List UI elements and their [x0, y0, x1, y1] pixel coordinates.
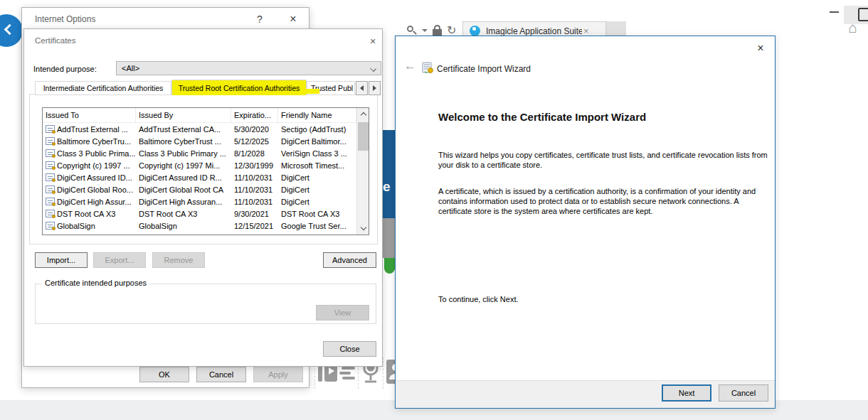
background-page-block: [383, 218, 395, 258]
table-cell: DST Root CA X3: [43, 210, 136, 218]
minimize-button[interactable]: [824, 4, 844, 20]
next-button[interactable]: Next: [662, 384, 711, 402]
table-cell: 5/12/2025: [231, 137, 278, 146]
table-cell: 8/1/2028: [231, 149, 278, 158]
table-cell: Baltimore CyberTrust ...: [136, 137, 231, 146]
table-cell: DST Root CA X3: [278, 210, 356, 218]
tab-close-icon[interactable]: ×: [583, 26, 589, 36]
certificate-wizard-icon: [422, 62, 434, 77]
tab-title: Imagicle Application Suite: [486, 26, 582, 36]
arrow-right-icon: [373, 85, 376, 91]
table-cell: GlobalSign: [136, 222, 231, 230]
certificate-list: Issued To Issued By Expiratio... Friendl…: [42, 107, 369, 235]
table-cell: Copyright (c) 1997 Mi...: [136, 161, 231, 170]
search-icon[interactable]: [406, 25, 417, 36]
browser-back-button[interactable]: [0, 14, 23, 47]
groupbox-label: Certificate intended purposes: [42, 279, 149, 287]
chevron-down-icon: [360, 225, 366, 230]
intended-purpose-label: Intended purpose:: [33, 65, 97, 73]
intended-purpose-value: <All>: [122, 64, 139, 72]
table-row[interactable]: Baltimore CyberTru...Baltimore CyberTrus…: [43, 135, 356, 147]
close-button[interactable]: ×: [364, 35, 381, 48]
table-row[interactable]: GlobalSignGlobalSign12/15/2021Google Tru…: [43, 220, 356, 232]
table-cell: Microsoft Timest...: [278, 161, 356, 170]
table-row[interactable]: DigiCert Global Roo...DigiCert Global Ro…: [43, 183, 356, 195]
table-row[interactable]: AddTrust External ...AddTrust External C…: [43, 123, 356, 135]
table-row[interactable]: DST Root CA X3DST Root CA X39/30/2021DST…: [43, 208, 356, 220]
advanced-button[interactable]: Advanced: [323, 252, 376, 268]
table-cell: Class 3 Public Primary ...: [136, 149, 231, 158]
back-button: ←: [404, 59, 416, 73]
table-cell: DST Root CA X3: [136, 210, 231, 218]
table-cell: Class 3 Public Prima...: [43, 149, 136, 158]
table-cell: 12/30/1999: [231, 161, 278, 170]
column-issued-to[interactable]: Issued To: [43, 108, 136, 122]
table-cell: 12/15/2021: [231, 222, 278, 230]
wizard-header-title: Certificate Import Wizard: [437, 64, 531, 74]
wizard-continue-text: To continue, click Next.: [438, 294, 771, 304]
home-icon[interactable]: ⌂: [848, 20, 857, 36]
scrollbar[interactable]: [356, 108, 369, 235]
tab-intermediate-authorities[interactable]: Intermediate Certification Authorities: [35, 81, 171, 95]
table-cell: DigiCert: [278, 198, 356, 206]
close-dialog-button[interactable]: Close: [323, 341, 376, 357]
help-button[interactable]: ?: [251, 12, 268, 26]
remove-button: Remove: [152, 252, 205, 268]
table-row[interactable]: DigiCert Assured ID...DigiCert Assured I…: [43, 171, 356, 183]
table-cell: AddTrust External CA...: [136, 125, 231, 134]
table-row[interactable]: Class 3 Public Prima...Class 3 Public Pr…: [43, 147, 356, 159]
refresh-icon[interactable]: ↻: [447, 25, 456, 36]
tab-scroll-right-button[interactable]: [369, 81, 381, 95]
certificate-table-header: Issued To Issued By Expiratio... Friendl…: [43, 108, 369, 123]
certificate-icon: [46, 198, 55, 205]
close-button[interactable]: ×: [752, 41, 769, 56]
tab-scroll-left-button[interactable]: [356, 81, 368, 95]
column-friendly-name[interactable]: Friendly Name: [278, 108, 356, 122]
table-cell: DigiCert Assured ID R...: [136, 173, 231, 182]
wizard-cancel-button[interactable]: Cancel: [719, 384, 768, 402]
certificate-icon: [46, 125, 55, 133]
scroll-down-button[interactable]: [357, 222, 369, 235]
column-issued-by[interactable]: Issued By: [136, 108, 231, 122]
table-row[interactable]: DigiCert High Assur...DigiCert High Assu…: [43, 195, 356, 208]
scrollbar-thumb[interactable]: [358, 122, 369, 151]
certificate-icon: [46, 161, 55, 169]
import-button[interactable]: Import...: [35, 252, 88, 268]
certificate-icon: [46, 137, 55, 145]
minimize-icon: [830, 11, 839, 13]
ok-button[interactable]: OK: [139, 367, 189, 382]
close-button[interactable]: ×: [284, 11, 302, 27]
background-page-banner: e: [383, 130, 395, 218]
table-cell: Baltimore CyberTru...: [43, 137, 136, 146]
wizard-paragraph-1: This wizard helps you copy certificates,…: [438, 150, 771, 170]
table-row[interactable]: Copyright (c) 1997 ...Copyright (c) 1997…: [43, 159, 356, 171]
cancel-button[interactable]: Cancel: [196, 367, 246, 382]
table-cell: 11/10/2031: [231, 198, 278, 206]
certificate-icon: [46, 173, 55, 181]
table-cell: DigiCert: [278, 173, 356, 182]
imagicle-favicon-icon: [470, 26, 480, 36]
table-cell: 11/10/2031: [231, 173, 278, 182]
background-page-accent: [384, 258, 395, 274]
scroll-up-button[interactable]: [357, 108, 369, 120]
certificate-icon: [46, 210, 55, 217]
column-expiration[interactable]: Expiratio...: [231, 108, 278, 122]
certificate-icon: [46, 185, 55, 193]
certificate-import-wizard-dialog: × ← Certificate Import Wizard Welcome to…: [395, 36, 776, 409]
table-cell: DigiCert Global Root CA: [136, 185, 231, 194]
export-button: Export...: [93, 252, 146, 268]
certificate-table-rows: AddTrust External ...AddTrust External C…: [43, 123, 356, 235]
tab-trusted-root-authorities[interactable]: Trusted Root Certification Authorities: [171, 80, 307, 95]
search-dropdown-icon[interactable]: [422, 29, 428, 32]
certificate-icon: [46, 149, 55, 157]
table-cell: 5/30/2020: [231, 125, 278, 134]
certificates-dialog: Certificates × Intended purpose: <All> I…: [23, 28, 383, 367]
intended-purpose-select[interactable]: <All>: [116, 61, 381, 75]
table-cell: GlobalSign: [43, 222, 136, 230]
table-cell: Google Trust Ser...: [278, 222, 356, 230]
certificate-icon: [46, 222, 55, 230]
table-cell: DigiCert High Assuran...: [136, 198, 231, 206]
table-cell: AddTrust External ...: [43, 125, 136, 134]
arrow-left-icon: [360, 85, 364, 91]
view-button: View: [316, 305, 369, 321]
